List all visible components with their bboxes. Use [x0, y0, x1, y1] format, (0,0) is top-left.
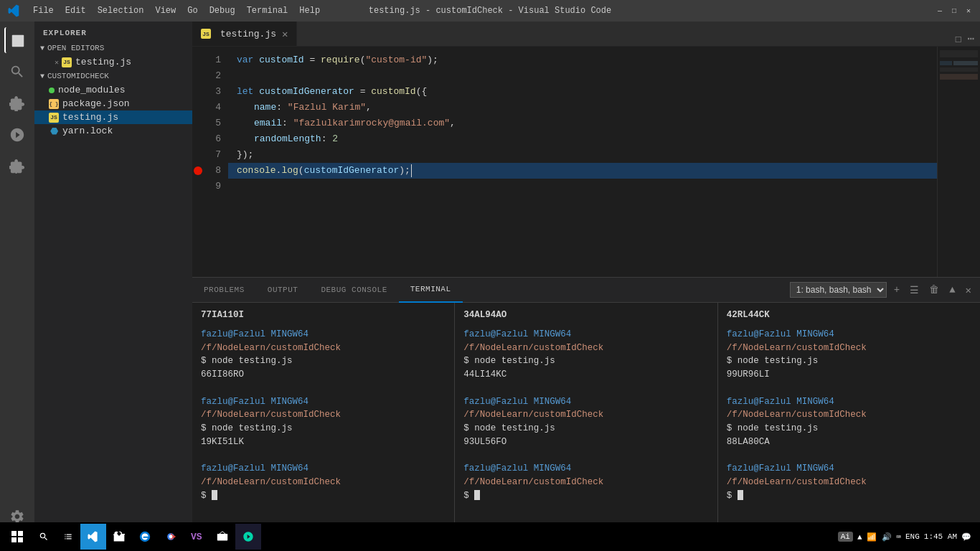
close-button[interactable]: ✕: [964, 6, 973, 15]
terminal-pane-1[interactable]: 77IA110I fazlu@Fazlul MINGW64 /f/NodeLea…: [192, 303, 455, 535]
js-file-icon: JS: [62, 57, 72, 67]
file-package-json[interactable]: { } package.json: [34, 97, 192, 110]
code-line-6: randomLength: 2: [228, 131, 937, 147]
activity-git[interactable]: [4, 90, 30, 116]
js-icon-sidebar: JS: [49, 113, 59, 123]
terminal-pane-2[interactable]: 34AL94AO fazlu@Fazlul MINGW64 /f/NodeLea…: [455, 303, 717, 535]
start-button[interactable]: [3, 522, 32, 551]
tab-debug-console[interactable]: DEBUG CONSOLE: [309, 278, 398, 303]
project-section[interactable]: ▼ CUSTOMIDCHECK: [34, 69, 192, 83]
code-editor[interactable]: 1 2 3 4 5 6 7 8 9 var customId: [192, 47, 980, 277]
main-layout: EXPLORER ▼ OPEN EDITORS ✕ JS testing.js …: [0, 22, 980, 535]
project-label: CUSTOMIDCHECK: [47, 72, 109, 80]
package-json-name: package.json: [62, 98, 130, 109]
menu-terminal[interactable]: Terminal: [241, 3, 294, 19]
activity-extensions[interactable]: [4, 154, 30, 179]
code-content[interactable]: var customId = require("custom-id"); let…: [228, 47, 937, 277]
activity-explorer[interactable]: [4, 27, 30, 53]
open-file-testing-js[interactable]: ✕ JS testing.js: [34, 55, 192, 69]
split-terminal-button[interactable]: ☰: [907, 283, 922, 298]
split-editor-icon[interactable]: ☐: [955, 32, 962, 46]
node-modules-name: node_modules: [58, 85, 126, 95]
delete-terminal-button[interactable]: 🗑: [926, 283, 942, 297]
tab-terminal[interactable]: TERMINAL: [399, 278, 463, 303]
add-terminal-button[interactable]: +: [891, 283, 903, 297]
terminal-pane3-session3: fazlu@Fazlul MINGW64 /f/NodeLearn/custom…: [727, 462, 971, 502]
svg-rect-0: [11, 531, 17, 536]
menu-go[interactable]: Go: [182, 3, 203, 19]
notification-icon: 💬: [961, 532, 971, 542]
terminal-pane3-session1: fazlu@Fazlul MINGW64 /f/NodeLearn/custom…: [727, 328, 971, 382]
file-node-modules[interactable]: node_modules: [34, 83, 192, 97]
line-num-5: 5: [192, 116, 221, 131]
terminal-tab-bar: PROBLEMS OUTPUT DEBUG CONSOLE TERMINAL 1…: [192, 278, 980, 303]
line-numbers: 1 2 3 4 5 6 7 8 9: [192, 47, 228, 277]
menu-bar: File Edit Selection View Go Debug Termin…: [7, 3, 326, 19]
menu-selection[interactable]: Selection: [92, 3, 150, 19]
file-testing-js[interactable]: JS testing.js: [34, 110, 192, 124]
menu-help[interactable]: Help: [293, 3, 326, 19]
terminal-pane3-id: 42RL44CK: [727, 309, 971, 322]
code-line-5: email: "fazlulkarimrocky@gmail.com",: [228, 116, 937, 131]
project-arrow: ▼: [40, 72, 44, 80]
taskbar-app3[interactable]: [235, 524, 261, 550]
taskbar-edge[interactable]: [132, 524, 158, 550]
close-terminal-button[interactable]: ✕: [963, 283, 974, 298]
menu-debug[interactable]: Debug: [204, 3, 241, 19]
taskbar-explorer[interactable]: [106, 524, 132, 550]
minimize-button[interactable]: —: [936, 6, 944, 15]
code-line-4: name: "Fazlul Karim",: [228, 100, 937, 116]
node-modules-dot: [49, 88, 55, 93]
line-num-8: 8: [192, 163, 221, 179]
more-actions-icon[interactable]: ⋯: [967, 32, 974, 46]
taskbar-vscode[interactable]: [80, 524, 106, 550]
activity-debug[interactable]: [4, 122, 30, 148]
tab-label: testing.js: [220, 29, 276, 39]
code-line-2: [228, 68, 937, 84]
tab-js-icon: JS: [201, 29, 211, 39]
terminal-session-select[interactable]: 1: bash, bash, bash: [790, 282, 887, 298]
search-taskbar[interactable]: [32, 524, 56, 550]
svg-rect-3: [18, 537, 23, 542]
terminal-cursor-2: [474, 490, 480, 500]
close-file-icon[interactable]: ✕: [55, 58, 59, 67]
menu-view[interactable]: View: [149, 3, 182, 19]
terminal-pane1-session2: fazlu@Fazlul MINGW64 /f/NodeLearn/custom…: [201, 395, 446, 449]
taskbar-chrome[interactable]: [158, 524, 184, 550]
language-label: ENG: [905, 532, 920, 541]
tab-output[interactable]: OUTPUT: [256, 278, 310, 303]
maximize-terminal-button[interactable]: ▲: [946, 283, 958, 297]
code-line-9: [228, 179, 937, 194]
sidebar-header: EXPLORER: [34, 22, 192, 41]
maximize-button[interactable]: □: [950, 6, 958, 15]
minimap: [937, 47, 980, 277]
tab-testing-js[interactable]: JS testing.js ✕: [192, 22, 297, 46]
menu-edit[interactable]: Edit: [60, 3, 92, 19]
clock: 1:45 AM: [924, 532, 957, 541]
file-yarn-lock[interactable]: ⬣ yarn.lock: [34, 124, 192, 138]
breakpoint-indicator: [194, 166, 202, 175]
taskbar-app2[interactable]: [209, 524, 235, 550]
sidebar: EXPLORER ▼ OPEN EDITORS ✕ JS testing.js …: [34, 22, 192, 535]
taskbar-app1[interactable]: VS: [184, 524, 209, 550]
title-bar: File Edit Selection View Go Debug Termin…: [0, 0, 980, 22]
activity-bar: [0, 22, 34, 535]
task-view-button[interactable]: [56, 524, 80, 550]
tab-close-button[interactable]: ✕: [282, 28, 288, 40]
terminal-pane2-id: 34AL94AO: [463, 309, 708, 322]
terminal-cursor-1: [212, 490, 217, 500]
terminal-pane3-session2: fazlu@Fazlul MINGW64 /f/NodeLearn/custom…: [727, 395, 971, 449]
terminal-pane-3[interactable]: 42RL44CK fazlu@Fazlul MINGW64 /f/NodeLea…: [718, 303, 980, 535]
terminal-pane1-session3: fazlu@Fazlul MINGW64 /f/NodeLearn/custom…: [201, 462, 446, 502]
editor-area: JS testing.js ✕ ☐ ⋯ 1 2 3 4 5 6: [192, 22, 980, 535]
code-line-7: });: [228, 147, 937, 163]
open-editors-section[interactable]: ▼ OPEN EDITORS: [34, 41, 192, 55]
svg-rect-1: [18, 531, 23, 536]
open-editors-label: OPEN EDITORS: [47, 44, 104, 52]
activity-search[interactable]: [4, 59, 30, 85]
tab-bar: JS testing.js ✕ ☐ ⋯: [192, 22, 980, 47]
window-controls: — □ ✕: [936, 6, 973, 15]
tab-problems[interactable]: PROBLEMS: [192, 278, 256, 303]
menu-file[interactable]: File: [27, 3, 60, 19]
line-num-1: 1: [192, 52, 221, 68]
